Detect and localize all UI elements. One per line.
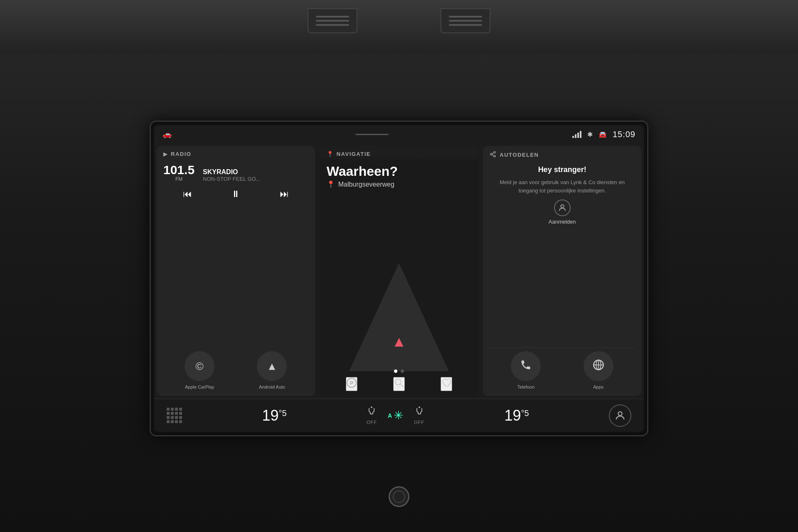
fan-auto-label: A <box>388 412 392 419</box>
android-label: Android Auto <box>259 384 285 389</box>
left-seat-icon <box>367 406 377 419</box>
climate-dot <box>175 420 178 423</box>
status-left: 🚗 <box>163 130 172 139</box>
car-status-icon: 🚗 <box>163 130 172 139</box>
nav-location-row: 📍 Malburgseveerweg <box>327 180 472 188</box>
climate-center-controls[interactable]: OFF A ✳ <box>367 406 424 425</box>
radio-controls[interactable]: ⏮ ⏸ ⏭ <box>163 184 308 206</box>
radio-play-icon: ▶ <box>163 151 167 157</box>
radio-frequency: 101.5 FM <box>163 164 195 182</box>
signal-bar-1 <box>572 136 574 138</box>
status-center <box>355 134 389 135</box>
svg-point-12 <box>371 406 372 408</box>
autodelen-login-button[interactable]: Aanmelden <box>490 200 635 225</box>
map-road <box>349 263 449 371</box>
android-auto-wrapper[interactable]: ▲ Android Auto <box>257 351 287 389</box>
climate-dot <box>179 416 182 419</box>
signal-bar-3 <box>577 133 579 138</box>
phone-icon <box>520 359 532 374</box>
vent-slat <box>316 24 349 26</box>
svg-point-5 <box>490 153 492 155</box>
autodelen-bottom-row: Telefoon <box>483 348 641 396</box>
radio-panel[interactable]: ▶ RADIO 101.5 FM SKYRADIO NON-STOP FEEL … <box>157 146 315 396</box>
android-auto-button[interactable]: ▲ <box>257 351 287 381</box>
nav-bottom-icons[interactable]: P <box>320 377 478 391</box>
screen-bezel: 🚗 ✱ 🚘 15:09 <box>150 121 648 436</box>
radio-freq-row: 101.5 FM SKYRADIO NON-STOP FEEL GO... <box>163 160 308 184</box>
climate-dot <box>179 408 182 411</box>
fan-icon: ✳ <box>394 409 403 422</box>
phone-button[interactable] <box>511 351 541 381</box>
navigation-panel[interactable]: 📍 NAVIGATIE Waarheen? 📍 Malburgseveerweg <box>320 146 478 396</box>
climate-dot <box>171 416 174 419</box>
bluetooth-icon: ✱ <box>587 131 593 138</box>
radio-station-desc: NON-STOP FEEL GO... <box>203 176 260 182</box>
apple-carplay-wrapper[interactable]: © Apple CarPlay <box>185 351 214 389</box>
apple-carplay-button[interactable]: © <box>185 351 214 381</box>
screen: 🚗 ✱ 🚘 15:09 <box>154 125 644 432</box>
radio-station-name: SKYRADIO <box>203 168 260 176</box>
fan-row: A ✳ <box>388 409 403 422</box>
radio-prev-button[interactable]: ⏮ <box>183 189 192 200</box>
nav-favorites-button[interactable] <box>441 377 452 391</box>
phone-label: Telefoon <box>517 384 535 389</box>
home-button[interactable] <box>389 486 409 507</box>
left-seat-control[interactable]: OFF <box>367 406 377 425</box>
climate-grid-icon[interactable] <box>167 408 182 423</box>
nav-direction-arrow: ▲ <box>392 333 406 350</box>
right-seat-icon <box>414 406 424 419</box>
autodelen-greeting: Hey stranger! <box>490 165 635 174</box>
vent-left <box>308 8 357 33</box>
climate-dot <box>179 412 182 415</box>
climate-dot <box>175 408 178 411</box>
home-button-area[interactable] <box>389 486 409 507</box>
radio-next-button[interactable]: ⏭ <box>280 189 289 200</box>
phone-wrapper[interactable]: Telefoon <box>511 351 541 389</box>
autodelen-panel[interactable]: AUTODELEN Hey stranger! Meld je aan voor… <box>483 146 641 396</box>
apps-button[interactable] <box>584 351 613 381</box>
radio-pause-button[interactable]: ⏸ <box>231 189 240 200</box>
climate-left-temp-value: 19 <box>262 407 278 424</box>
nav-parking-button[interactable]: P <box>346 377 357 391</box>
signal-bar-2 <box>575 134 576 138</box>
nav-header-title: NAVIGATIE <box>337 151 371 157</box>
climate-dot <box>175 416 178 419</box>
apps-wrapper[interactable]: Apps <box>584 351 613 389</box>
climate-right-temp-deg: °5 <box>521 409 529 418</box>
climate-dot <box>171 420 174 423</box>
home-button-inner <box>393 490 405 503</box>
vent-right <box>441 8 490 33</box>
svg-point-6 <box>494 155 495 157</box>
svg-point-14 <box>618 411 622 415</box>
climate-dot <box>171 412 174 415</box>
fan-control[interactable]: A ✳ <box>388 409 403 422</box>
carplay-label: Apple CarPlay <box>185 384 214 389</box>
right-seat-control[interactable]: OFF <box>414 406 424 425</box>
nav-panel-header: 📍 NAVIGATIE <box>320 146 478 160</box>
aanmelden-label: Aanmelden <box>549 219 576 225</box>
climate-right-temp[interactable]: 19°5 <box>504 407 529 424</box>
climate-dot <box>167 420 170 423</box>
carplay-icon: © <box>196 360 204 373</box>
vent-slat <box>316 20 349 22</box>
svg-point-9 <box>561 205 564 208</box>
vent-slat <box>316 16 349 17</box>
autodelen-description: Meld je aan voor gebruik van Lynk & Co d… <box>490 178 635 195</box>
user-profile-button[interactable] <box>609 404 631 427</box>
nav-dot-1 <box>394 369 397 373</box>
vent-slat <box>449 24 482 26</box>
apps-icon <box>593 359 604 374</box>
radio-panel-header: ▶ RADIO <box>157 146 315 160</box>
climate-left-temp[interactable]: 19°5 <box>262 407 286 424</box>
nav-page-dots <box>394 369 404 373</box>
left-seat-off-label: OFF <box>367 420 377 425</box>
climate-dot <box>167 412 170 415</box>
nav-search-button[interactable] <box>393 377 405 391</box>
svg-point-13 <box>419 406 420 408</box>
apps-label: Apps <box>593 384 603 389</box>
svg-line-7 <box>492 155 494 156</box>
radio-bottom-icons: © Apple CarPlay ▲ Android Auto <box>157 348 315 396</box>
climate-dot <box>175 412 178 415</box>
status-time: 15:09 <box>613 130 635 139</box>
autodelen-header-title: AUTODELEN <box>500 152 539 158</box>
